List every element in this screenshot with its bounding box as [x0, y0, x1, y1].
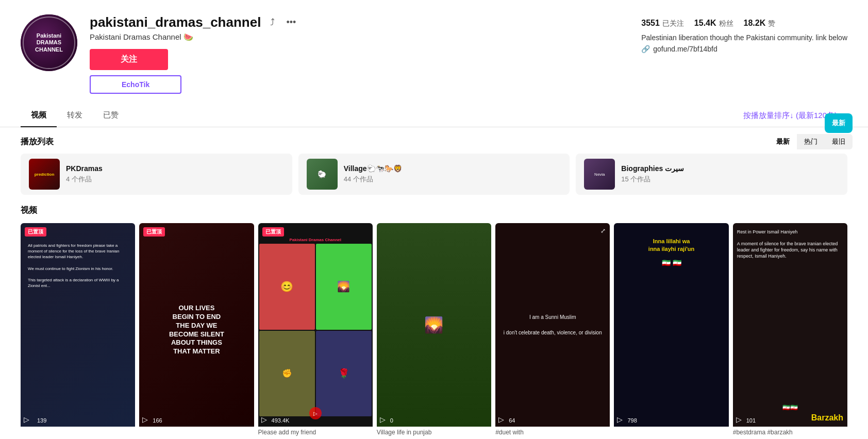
echotik-button[interactable]: EchoTik [90, 75, 181, 94]
link-icon: 🔗 [641, 45, 650, 53]
play-icon-1: ▷ [24, 415, 29, 424]
sort-newest-button[interactable]: 最新 [769, 134, 797, 149]
bio: Palestinian liberation though the Pakist… [641, 33, 847, 42]
video-thumb-3: 已置顶 Pakistani Dramas Channel 😊 🌄 ✊ 🌹 [258, 223, 373, 427]
playlist-thumb-village: 🐑 [307, 159, 338, 190]
video-thumb-2: 已置顶 OUR LIVESBEGIN TO ENDTHE DAY WEBECOM… [139, 223, 254, 427]
profile-info: pakistani_dramas_channel ⤴ ••• Pakistani… [90, 14, 608, 94]
display-name: Pakistani Dramas Channel 🍉 [90, 32, 608, 42]
followers-stat: 15.4K 粉丝 [694, 19, 733, 28]
play-icon-7: ▷ [736, 415, 742, 424]
following-label: 已关注 [662, 19, 684, 28]
view-count-5: 64 [509, 417, 515, 424]
video-card-5[interactable]: ⤢ I am a Sunni Muslimi don't celebrate d… [495, 223, 610, 438]
video-desc-5: #duet with [495, 427, 610, 438]
playlist-count-biographies: 15 个作品 [621, 175, 684, 184]
profile-link[interactable]: gofund.me/7bf14bfd [653, 45, 717, 53]
sort-popular-button[interactable]: 热门 [797, 134, 825, 149]
likes-count: 18.2K [744, 19, 766, 28]
video-desc-2 [139, 427, 254, 431]
follow-button[interactable]: 关注 [90, 49, 168, 70]
pinned-badge-1: 已置顶 [25, 227, 46, 237]
sort-oldest-button[interactable]: 最旧 [825, 134, 853, 149]
playlist-meta-biographies: Biographies سیرت 15 个作品 [621, 164, 684, 184]
video-thumb-4: 🌄 ▷ 0 [377, 223, 491, 427]
view-count-2: 166 [153, 417, 162, 424]
videos-grid: 已置顶 All patriots and fighters for freedo… [21, 223, 847, 438]
video-text-7: Rest in Power Ismail HaniyehA moment of … [733, 223, 847, 427]
share-button[interactable]: ⤴ [268, 15, 277, 30]
stats-bio-section: 3551 已关注 15.4K 粉丝 18.2K 赞 Palestinian li… [641, 14, 847, 53]
following-count: 3551 [641, 19, 660, 28]
videos-section-title: 视频 [21, 205, 847, 216]
view-count-1: 139 [37, 417, 46, 424]
video-thumb-7: Rest in Power Ismail HaniyehA moment of … [733, 223, 847, 427]
video-card-4[interactable]: 🌄 ▷ 0 Village life in punjab [377, 223, 491, 438]
video-desc-3: Please add my friend [258, 427, 373, 438]
tab-repost[interactable]: 转发 [57, 104, 93, 127]
playlist-name-biographies: Biographies سیرت [621, 164, 684, 173]
play-icon-6: ▷ [617, 415, 623, 424]
view-count-7: 101 [746, 417, 756, 424]
tab-videos[interactable]: 视频 [21, 104, 57, 127]
video-card-2[interactable]: 已置顶 OUR LIVESBEGIN TO ENDTHE DAY WEBECOM… [139, 223, 254, 438]
video-channel-label: Pakistani Dramas Channel [258, 238, 373, 242]
video-collage: 😊 🌄 ✊ 🌹 [259, 244, 372, 416]
playlist-count-pkdramas: 4 个作品 [66, 175, 103, 184]
video-desc-4: Village life in punjab [377, 427, 491, 438]
video-card-3[interactable]: 已置顶 Pakistani Dramas Channel 😊 🌄 ✊ 🌹 [258, 223, 373, 438]
video-thumb-5: ⤢ I am a Sunni Muslimi don't celebrate d… [495, 223, 610, 427]
view-count-4: 0 [390, 417, 393, 424]
tabs-row: 视频 转发 已赞 按播放量排序↓ (最新120条) [0, 104, 868, 127]
tab-liked[interactable]: 已赞 [93, 104, 129, 127]
playlist-name-pkdramas: PKDramas [66, 164, 103, 173]
playlist-card-biographies[interactable]: Nevia Biographies سیرت 15 个作品 [576, 154, 847, 195]
stats-row: 3551 已关注 15.4K 粉丝 18.2K 赞 [641, 19, 847, 28]
view-count-6: 798 [627, 417, 637, 424]
play-icon-2: ▷ [142, 415, 148, 424]
video-card-6[interactable]: Inna lillahi wainna ilayhi raji'un 🇮🇷🇮🇷 … [614, 223, 728, 438]
videos-section: 视频 已置顶 All patriots and fighters for fre… [0, 205, 868, 438]
play-icon-4: ▷ [380, 415, 386, 424]
playlist-thumb-biographies: Nevia [584, 159, 615, 190]
playlist-meta-pkdramas: PKDramas 4 个作品 [66, 164, 103, 184]
newest-badge[interactable]: 最新 [825, 113, 853, 133]
sort-buttons-group: 最新 热门 最旧 [769, 134, 853, 149]
pinned-badge-2: 已置顶 [143, 227, 165, 237]
video-landscape: 🌄 [377, 223, 491, 427]
likes-label: 赞 [768, 19, 775, 28]
playlist-card-village[interactable]: 🐑 Village🐑🐄🐎🦁 44 个作品 [298, 154, 570, 195]
video-desc-1 [21, 427, 135, 431]
link-row: 🔗 gofund.me/7bf14bfd [641, 45, 847, 53]
username: pakistani_dramas_channel [90, 14, 261, 30]
play-icon-3: ▷ [261, 415, 267, 424]
playlists-container: prediction PKDramas 4 个作品 🐑 Village🐑🐄🐎🦁 … [0, 154, 868, 205]
video-thumb-6: Inna lillahi wainna ilayhi raji'un 🇮🇷🇮🇷 … [614, 223, 728, 427]
view-count-3: 493.4K [272, 417, 290, 424]
pinned-badge-3: 已置顶 [262, 227, 284, 237]
followers-label: 粉丝 [719, 19, 733, 28]
video-thumb-1: 已置顶 All patriots and fighters for freedo… [21, 223, 135, 427]
video-play-center: ▷ [309, 407, 322, 419]
playlist-thumb-pkdramas: prediction [29, 159, 60, 190]
video-overlay-2: OUR LIVESBEGIN TO ENDTHE DAY WEBECOME SI… [139, 223, 254, 427]
likes-stat: 18.2K 赞 [744, 19, 776, 28]
video-card-1[interactable]: 已置顶 All patriots and fighters for freedo… [21, 223, 135, 438]
playlist-count-village: 44 个作品 [344, 175, 402, 184]
more-options-button[interactable]: ••• [284, 15, 298, 30]
playlists-section-title: 播放列表 [0, 127, 868, 154]
video-text-6: Inna lillahi wainna ilayhi raji'un 🇮🇷🇮🇷 [614, 223, 728, 427]
profile-section: PakistaniDRAMASCHANNEL pakistani_dramas_… [0, 0, 868, 104]
video-text-5: I am a Sunni Muslimi don't celebrate dea… [495, 223, 610, 427]
playlist-name-village: Village🐑🐄🐎🦁 [344, 164, 402, 173]
video-overlay-1: All patriots and fighters for freedom pl… [21, 223, 135, 427]
video-desc-6 [614, 427, 728, 431]
play-icon-5: ▷ [498, 415, 504, 424]
video-desc-7: #bestdrama #barzakh [733, 427, 847, 438]
following-stat: 3551 已关注 [641, 19, 684, 28]
video-card-7[interactable]: Rest in Power Ismail HaniyehA moment of … [733, 223, 847, 438]
playlist-meta-village: Village🐑🐄🐎🦁 44 个作品 [344, 164, 402, 184]
followers-count: 15.4K [694, 19, 716, 28]
playlist-card-pkdramas[interactable]: prediction PKDramas 4 个作品 [21, 154, 292, 195]
avatar: PakistaniDRAMASCHANNEL [21, 14, 77, 71]
